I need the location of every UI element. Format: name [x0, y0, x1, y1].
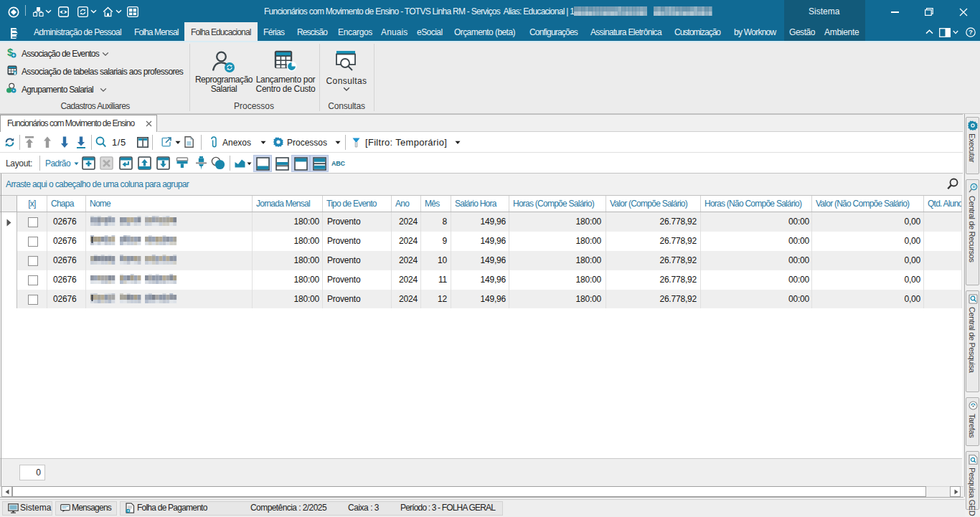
svg-text:?: ?	[969, 29, 973, 36]
